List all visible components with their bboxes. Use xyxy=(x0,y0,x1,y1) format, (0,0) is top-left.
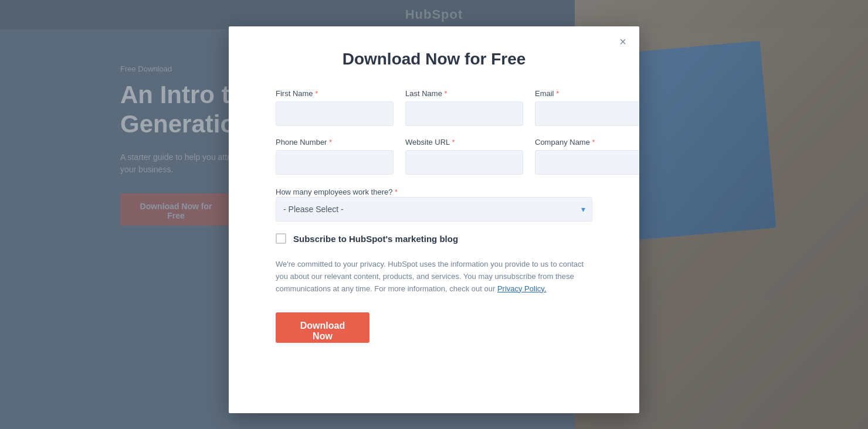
phone-label: Phone Number * xyxy=(276,138,394,147)
submit-button[interactable]: Download Now xyxy=(276,312,369,343)
last-name-label: Last Name * xyxy=(405,89,523,98)
email-field: Email * xyxy=(535,89,639,126)
first-name-field: First Name * xyxy=(276,89,394,126)
website-input[interactable] xyxy=(405,150,523,175)
email-input[interactable] xyxy=(535,101,639,126)
website-field: Website URL * xyxy=(405,138,523,175)
modal-wrapper: × Download Now for Free First Name * Las… xyxy=(229,26,639,413)
required-indicator: * xyxy=(395,188,398,196)
privacy-policy-link[interactable]: Privacy Policy. xyxy=(497,284,547,293)
employees-label: How many employees work there? * xyxy=(276,188,398,196)
required-indicator: * xyxy=(315,89,318,98)
first-name-label: First Name * xyxy=(276,89,394,98)
required-indicator: * xyxy=(329,138,332,147)
required-indicator: * xyxy=(445,89,447,98)
form-row-1: First Name * Last Name * Email * xyxy=(276,89,592,126)
subscribe-checkbox[interactable] xyxy=(276,233,286,244)
subscribe-label: Subscribe to HubSpot's marketing blog xyxy=(293,234,458,244)
employees-field: How many employees work there? * - Pleas… xyxy=(276,186,592,222)
modal-dialog: × Download Now for Free First Name * Las… xyxy=(229,26,639,413)
company-field: Company Name * xyxy=(535,138,639,175)
employees-select[interactable]: - Please Select - 1–5 6–25 26–200 201–10… xyxy=(276,197,592,222)
form-row-2: Phone Number * Website URL * Company Nam… xyxy=(276,138,592,175)
first-name-input[interactable] xyxy=(276,101,394,126)
subscribe-row: Subscribe to HubSpot's marketing blog xyxy=(276,233,592,244)
email-label: Email * xyxy=(535,89,639,98)
modal-title: Download Now for Free xyxy=(276,50,592,69)
company-input[interactable] xyxy=(535,150,639,175)
employees-select-wrapper: - Please Select - 1–5 6–25 26–200 201–10… xyxy=(276,197,592,222)
privacy-text: We're committed to your privacy. HubSpot… xyxy=(276,258,592,295)
company-label: Company Name * xyxy=(535,138,639,147)
phone-field: Phone Number * xyxy=(276,138,394,175)
phone-input[interactable] xyxy=(276,150,394,175)
last-name-input[interactable] xyxy=(405,101,523,126)
required-indicator: * xyxy=(556,89,559,98)
required-indicator: * xyxy=(592,138,595,147)
close-button[interactable]: × xyxy=(616,35,630,49)
required-indicator: * xyxy=(452,138,455,147)
website-label: Website URL * xyxy=(405,138,523,147)
last-name-field: Last Name * xyxy=(405,89,523,126)
